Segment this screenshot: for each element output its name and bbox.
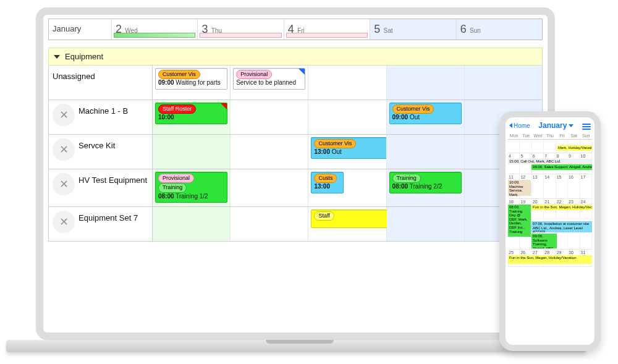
phone-event[interactable]: Fun in the Sun, Megan, Holiday/Vacation: [531, 205, 592, 210]
day-load-bar: [200, 33, 281, 38]
row-label: HV Test Equipment: [78, 173, 148, 185]
pill-customer: Customer Vis: [314, 139, 356, 148]
phone-event[interactable]: 15:00, Call Out, Mark, ABC Ltd.: [508, 159, 592, 164]
card-text: Training 2/2: [410, 183, 442, 190]
pill-customer: Customer Vis: [392, 104, 434, 114]
day-col-fri[interactable]: 4 Fri: [284, 19, 370, 40]
row-label-cell: ✕ Machine 1 - B: [49, 100, 153, 134]
phone-day[interactable]: [544, 140, 556, 153]
row-unassigned: Unassigned Customer Vis 09:00 Waiting fo…: [49, 66, 542, 100]
card-text: Service to be planned: [236, 79, 296, 86]
back-label: Home: [514, 122, 530, 129]
card-text: Out: [410, 114, 420, 121]
phone-event[interactable]: 10:00, Machine Service, Mark, Megan, ABC…: [508, 180, 531, 196]
cell-fri[interactable]: Staff: [308, 207, 386, 241]
cell-wed[interactable]: Customer Vis 09:00 Waiting for parts: [153, 66, 231, 99]
card-time: 09:00: [158, 79, 174, 86]
pill-provisional: Provisional: [158, 174, 194, 183]
cell-fri[interactable]: Customer Vis 13:00 Out: [308, 135, 386, 169]
cell-wed[interactable]: Staff Roster 10:00: [153, 100, 231, 134]
card-training[interactable]: Training 08:00 Training 2/2: [389, 172, 462, 193]
card-time: 13:00: [314, 148, 330, 155]
card-time: 09:00: [392, 114, 408, 121]
pill-staff: Staff: [314, 211, 334, 221]
cell-thu[interactable]: [231, 207, 308, 241]
pill-staff: Staff Roster: [158, 104, 196, 114]
cell-sun[interactable]: [465, 66, 542, 99]
phone-week-row[interactable]: 45678910 15:00, Call Out, Mark, ABC Ltd.…: [508, 153, 592, 174]
day-col-thu[interactable]: 3 Thu: [198, 19, 284, 40]
section-title: Equipment: [65, 52, 103, 61]
pill-training: Training: [392, 174, 421, 183]
phone-event[interactable]: 09:00, Software Training, Abigail, ABC L…: [531, 234, 557, 248]
phone-event[interactable]: 08:00, Sales Support, Abigail, Andrea: [531, 164, 592, 170]
card-provisional[interactable]: Provisional Service to be planned: [233, 68, 305, 90]
phone-day[interactable]: 13: [532, 174, 544, 198]
cell-wed[interactable]: [153, 207, 231, 241]
phone-day[interactable]: 17: [580, 174, 592, 198]
day-col-sat[interactable]: 5 Sat: [370, 19, 456, 40]
cell-wed[interactable]: [153, 135, 231, 169]
cell-thu[interactable]: [231, 169, 308, 206]
phone-event[interactable]: Mark, Holiday/Vacation: [557, 145, 592, 151]
cell-sat[interactable]: [387, 66, 465, 99]
cell-sat[interactable]: Customer Vis 09:00 Out: [387, 100, 465, 134]
dow: Mon: [508, 132, 520, 139]
card-text: Out: [332, 148, 342, 155]
cell-thu[interactable]: [231, 135, 308, 169]
cell-fri[interactable]: [308, 100, 386, 134]
row-label-cell: ✕ HV Test Equipment: [49, 169, 153, 206]
card-customer-visit[interactable]: Customer Vis 09:00 Waiting for parts: [155, 68, 227, 90]
card-customer-visit[interactable]: Customer Vis 13:00 Out: [311, 137, 386, 159]
cell-sat[interactable]: [387, 207, 465, 241]
card-custs[interactable]: Custs 13:00: [311, 172, 344, 193]
day-load-bar: [286, 33, 368, 38]
section-equipment[interactable]: Equipment: [48, 48, 543, 66]
card-staff-roster[interactable]: Staff Roster 10:00: [155, 103, 227, 124]
dow: Sun: [580, 132, 592, 139]
day-col-sun[interactable]: 6 Sun: [457, 19, 542, 40]
schedule-grid: Unassigned Customer Vis 09:00 Waiting fo…: [48, 66, 543, 242]
cell-fri[interactable]: [308, 66, 386, 99]
cell-sat[interactable]: [387, 135, 465, 169]
card-text: Waiting for parts: [176, 79, 220, 86]
day-col-wed[interactable]: 2 Wed: [112, 19, 198, 40]
row-label: Unassigned: [53, 69, 148, 81]
back-button[interactable]: Home: [509, 122, 530, 129]
phone-day[interactable]: 15: [556, 174, 568, 198]
phone-week-row[interactable]: 11121314151617 10:00, Machine Service, M…: [508, 174, 592, 199]
dow: Wed: [532, 132, 544, 139]
chevron-down-icon: [54, 55, 60, 59]
phone-day[interactable]: 16: [568, 174, 580, 198]
wrench-icon: ✕: [53, 211, 75, 233]
phone-event[interactable]: Fun in the Sun, Megan, Holiday/Vacation: [508, 255, 592, 264]
phone-day[interactable]: 14: [544, 174, 556, 198]
phone-event[interactable]: 08:00, Training Day @ DEF, Mark, Declan,…: [508, 205, 531, 237]
menu-button[interactable]: [582, 122, 591, 129]
month-picker[interactable]: January: [538, 121, 574, 130]
phone-day[interactable]: [520, 140, 531, 153]
phone-week-row[interactable]: 25262728293031 Fun in the Sun, Megan, Ho…: [508, 250, 592, 267]
dow: Thu: [544, 132, 556, 139]
card-time: 13:00: [314, 183, 330, 190]
phone-day[interactable]: [532, 140, 544, 153]
chevron-left-icon: [509, 123, 512, 128]
card-training[interactable]: Provisional Training 08:00 Training 1/2: [155, 172, 227, 203]
card-customer-visit[interactable]: Customer Vis 09:00 Out: [389, 103, 462, 124]
card-time: 08:00: [392, 183, 408, 190]
cell-wed[interactable]: Provisional Training 08:00 Training 1/2: [153, 169, 231, 206]
cell-thu[interactable]: [231, 100, 308, 134]
row-label: Machine 1 - B: [78, 104, 148, 116]
phone-week-row[interactable]: 18192021222324 08:00, Training Day @ DEF…: [508, 199, 592, 250]
laptop-notch: [266, 340, 334, 344]
cell-sat[interactable]: Training 08:00 Training 2/2: [387, 169, 465, 206]
phone-event[interactable]: 07:00, Installation at customer site ABC…: [531, 221, 592, 232]
cell-fri[interactable]: Custs 13:00: [308, 169, 386, 206]
card-time: 08:00: [158, 193, 174, 200]
corner-flag-icon: [298, 69, 305, 75]
cell-thu[interactable]: Provisional Service to be planned: [231, 66, 308, 99]
phone-week-row[interactable]: Mark, Holiday/Vacation: [508, 140, 592, 153]
row-label-cell: Unassigned: [49, 66, 153, 99]
phone-dow-header: Mon Tue Wed Thu Fri Sat Sun: [508, 132, 592, 140]
phone-day[interactable]: [508, 140, 520, 153]
